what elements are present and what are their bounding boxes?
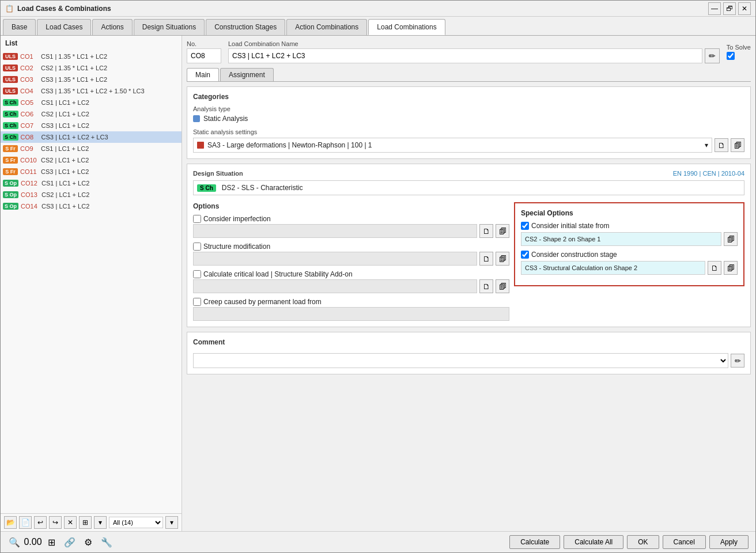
settings-copy-button[interactable]: 🗐 bbox=[731, 138, 744, 152]
filter-dropdown-button[interactable]: ▾ bbox=[165, 516, 178, 529]
list-item[interactable]: S Fr CO9 CS1 | LC1 + LC2 bbox=[1, 143, 182, 154]
comment-section: Comment ✏ bbox=[187, 332, 751, 374]
tab-base[interactable]: Base bbox=[3, 19, 36, 35]
tab-main[interactable]: Main bbox=[187, 68, 219, 81]
imperfection-copy-btn[interactable]: 🗐 bbox=[496, 224, 509, 238]
static-settings-field[interactable]: SA3 - Large deformations | Newton-Raphso… bbox=[193, 138, 712, 153]
badge-sop: S Op bbox=[3, 180, 18, 187]
copy-button[interactable]: 📄 bbox=[19, 516, 32, 529]
option-critical-field bbox=[193, 279, 477, 293]
critical-copy-btn[interactable]: 🗐 bbox=[496, 279, 509, 293]
list-item[interactable]: S Op CO14 CS3 | LC1 + LC2 bbox=[1, 200, 182, 212]
name-input[interactable] bbox=[228, 48, 702, 63]
gear-bottom-button[interactable]: 🔧 bbox=[100, 535, 114, 549]
badge-sop: S Op bbox=[3, 191, 18, 198]
list-item[interactable]: S Op CO12 CS1 | LC1 + LC2 bbox=[1, 177, 182, 189]
option-critical-label: Calculate critical load | Structure Stab… bbox=[203, 270, 353, 278]
new-button[interactable]: 📂 bbox=[4, 516, 17, 529]
list-footer: 📂 📄 ↩ ↪ ✕ ⊞ ▾ All (14) ▾ bbox=[1, 513, 182, 531]
option-creep-field bbox=[193, 307, 509, 321]
special-options-panel: Special Options Consider initial state f… bbox=[514, 202, 744, 321]
option-creep: Creep caused by permanent load from bbox=[193, 298, 509, 321]
construction-copy-btn[interactable]: 🗐 bbox=[724, 261, 738, 275]
list-item[interactable]: S Op CO13 CS2 | LC1 + LC2 bbox=[1, 189, 182, 200]
co-formula: CS2 | 1.35 * LC1 + LC2 bbox=[41, 65, 107, 71]
list-item[interactable]: ULS CO4 CS3 | 1.35 * LC1 + LC2 + 1.50 * … bbox=[1, 85, 182, 97]
design-situation-field[interactable]: S Ch DS2 - SLS - Characteristic bbox=[193, 180, 744, 195]
structure-copy-btn[interactable]: 🗐 bbox=[496, 252, 509, 266]
list-item[interactable]: ULS CO2 CS2 | 1.35 * LC1 + LC2 bbox=[1, 62, 182, 74]
ok-button[interactable]: OK bbox=[627, 535, 659, 549]
list-item[interactable]: S Ch CO7 CS3 | LC1 + LC2 bbox=[1, 120, 182, 131]
list-item[interactable]: S Fr CO11 CS3 | LC1 + LC2 bbox=[1, 166, 182, 177]
maximize-button[interactable]: 🗗 bbox=[723, 2, 736, 15]
apply-button[interactable]: Apply bbox=[709, 535, 749, 549]
more-button[interactable]: ▾ bbox=[94, 516, 107, 529]
construction-new-btn[interactable]: 🗋 bbox=[708, 261, 721, 275]
list-item[interactable]: S Fr CO10 CS2 | LC1 + LC2 bbox=[1, 154, 182, 166]
badge-sch: S Ch bbox=[3, 111, 18, 118]
filter-select[interactable]: All (14) bbox=[109, 517, 163, 528]
option-imperfection-checkbox[interactable] bbox=[193, 215, 201, 223]
number-bottom-button[interactable]: 0.00 bbox=[26, 535, 40, 549]
header-row: No. Load Combination Name ✏ To Solve bbox=[187, 40, 751, 63]
co-formula: CS1 | LC1 + LC2 bbox=[41, 99, 89, 106]
badge-sfr: S Fr bbox=[3, 157, 18, 164]
redo-button[interactable]: ↪ bbox=[49, 516, 62, 529]
structure-new-btn[interactable]: 🗋 bbox=[479, 252, 493, 266]
comment-edit-btn[interactable]: ✏ bbox=[731, 354, 744, 368]
minimize-button[interactable]: — bbox=[708, 2, 721, 15]
tab-action-combinations[interactable]: Action Combinations bbox=[286, 19, 367, 35]
search-bottom-button[interactable]: 🔍 bbox=[7, 535, 21, 549]
special-option-initial-checkbox[interactable] bbox=[521, 222, 529, 230]
tab-construction-stages[interactable]: Construction Stages bbox=[206, 19, 285, 35]
option-creep-checkbox[interactable] bbox=[193, 298, 201, 306]
special-option-construction-check-row: Consider construction stage bbox=[521, 251, 738, 259]
tab-design-situations[interactable]: Design Situations bbox=[134, 19, 205, 35]
list-item[interactable]: S Ch CO6 CS2 | LC1 + LC2 bbox=[1, 108, 182, 120]
co-formula-selected: CS3 | LC1 + LC2 + LC3 bbox=[41, 134, 108, 141]
table-bottom-button[interactable]: ⊞ bbox=[44, 535, 58, 549]
close-button[interactable]: ✕ bbox=[738, 2, 751, 15]
option-structure-field-row: 🗋 🗐 bbox=[193, 252, 509, 266]
list-item[interactable]: ULS CO1 CS1 | 1.35 * LC1 + LC2 bbox=[1, 51, 182, 62]
comment-dropdown[interactable] bbox=[193, 353, 728, 368]
static-settings-color bbox=[197, 142, 204, 149]
imperfection-new-btn[interactable]: 🗋 bbox=[479, 224, 493, 238]
tab-load-cases[interactable]: Load Cases bbox=[37, 19, 91, 35]
badge-sch-selected: S Ch bbox=[3, 134, 18, 141]
no-label: No. bbox=[187, 40, 221, 47]
option-structure-checkbox[interactable] bbox=[193, 243, 201, 251]
list-item-co8[interactable]: S Ch CO8 CS3 | LC1 + LC2 + LC3 bbox=[1, 131, 182, 143]
badge-sch: S Ch bbox=[3, 99, 18, 106]
link-bottom-button[interactable]: 🔗 bbox=[63, 535, 77, 549]
special-option-construction-checkbox[interactable] bbox=[521, 251, 529, 259]
list-item[interactable]: ULS CO3 CS3 | 1.35 * LC1 + LC2 bbox=[1, 74, 182, 85]
co-formula: CS3 | LC1 + LC2 bbox=[41, 203, 89, 210]
cancel-button[interactable]: Cancel bbox=[663, 535, 706, 549]
delete-button[interactable]: ✕ bbox=[64, 516, 77, 529]
special-option-initial-state: Consider initial state from CS2 - Shape … bbox=[521, 222, 738, 246]
no-input[interactable] bbox=[187, 48, 221, 63]
view-button[interactable]: ⊞ bbox=[79, 516, 92, 529]
undo-button[interactable]: ↩ bbox=[34, 516, 47, 529]
option-critical-checkbox[interactable] bbox=[193, 270, 201, 278]
tab-load-combinations[interactable]: Load Combinations bbox=[368, 19, 445, 35]
tab-assignment[interactable]: Assignment bbox=[220, 68, 274, 81]
initial-copy-btn[interactable]: 🗐 bbox=[724, 232, 738, 246]
edit-name-button[interactable]: ✏ bbox=[705, 48, 720, 63]
co-id-selected: CO8 bbox=[21, 134, 39, 141]
main-window: 📋 Load Cases & Combinations — 🗗 ✕ Base L… bbox=[0, 0, 756, 553]
list-item[interactable]: S Ch CO5 CS1 | LC1 + LC2 bbox=[1, 97, 182, 108]
to-solve-label: To Solve bbox=[727, 44, 751, 51]
co-id: CO6 bbox=[21, 111, 39, 118]
calculate-button[interactable]: Calculate bbox=[509, 535, 560, 549]
calculate-all-button[interactable]: Calculate All bbox=[564, 535, 623, 549]
dropdown-arrow: ▾ bbox=[705, 141, 708, 149]
settings-new-button[interactable]: 🗋 bbox=[715, 138, 728, 152]
co-id: CO4 bbox=[20, 88, 39, 94]
settings-bottom-button[interactable]: ⚙ bbox=[81, 535, 95, 549]
tab-actions[interactable]: Actions bbox=[92, 19, 132, 35]
critical-new-btn[interactable]: 🗋 bbox=[479, 279, 493, 293]
to-solve-checkbox[interactable] bbox=[727, 52, 735, 60]
